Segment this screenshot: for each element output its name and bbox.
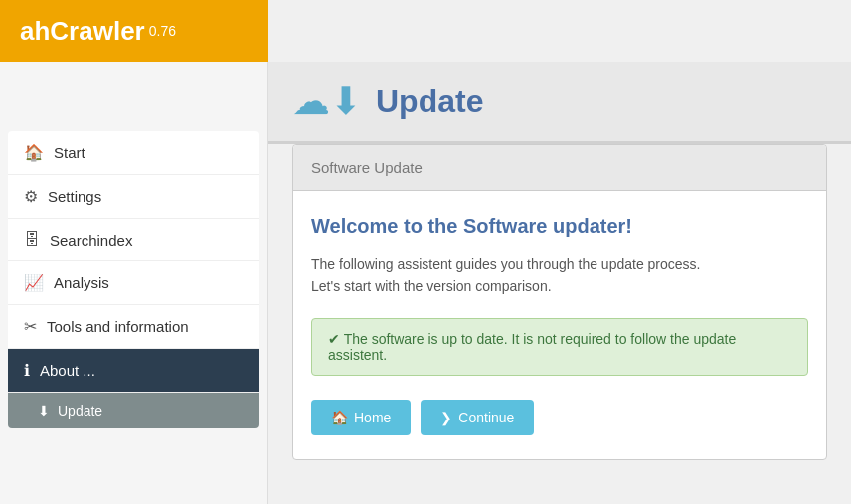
continue-button-icon: ❯	[440, 410, 452, 425]
continue-button[interactable]: ❯ Continue	[421, 400, 534, 435]
download-icon: ⬇	[38, 403, 50, 419]
sidebar-item-update[interactable]: ⬇ Update	[8, 393, 259, 428]
action-buttons: 🏠 Home ❯ Continue	[311, 400, 808, 435]
sidebar-item-about[interactable]: ℹ About ...	[8, 349, 259, 393]
chart-icon: 📈	[24, 273, 44, 292]
sidebar-item-searchindex[interactable]: 🗄 Searchindex	[8, 219, 259, 261]
home-button-icon: 🏠	[331, 410, 348, 425]
home-button-label: Home	[354, 410, 391, 425]
page-title-area: ☁⬇ Update	[292, 80, 483, 123]
content-area: Software Update Welcome to the Software …	[268, 144, 851, 484]
sidebar-item-settings[interactable]: ⚙ Settings	[8, 175, 259, 219]
home-button[interactable]: 🏠 Home	[311, 400, 411, 435]
sidebar-item-settings-label: Settings	[48, 188, 101, 205]
sidebar-item-start-label: Start	[54, 144, 85, 161]
settings-icon: ⚙	[24, 187, 38, 206]
page-header-bar: ☁⬇ Update	[268, 62, 851, 144]
success-message-text: ✔ The software is up to date. It is not …	[328, 331, 791, 363]
description-text: The following assistent guides you throu…	[311, 253, 808, 298]
sidebar-nav: 🏠 Start ⚙ Settings 🗄 Searchindex 📈 Analy…	[8, 131, 259, 428]
sidebar-item-about-label: About ...	[40, 362, 95, 379]
update-cloud-icon: ☁⬇	[292, 80, 362, 123]
sidebar-item-searchindex-label: Searchindex	[50, 232, 132, 249]
info-icon: ℹ	[24, 361, 30, 380]
success-message-box: ✔ The software is up to date. It is not …	[311, 318, 808, 376]
card-header-label: Software Update	[311, 159, 423, 176]
app-name: ahCrawler	[20, 16, 145, 47]
desc-line1: The following assistent guides you throu…	[311, 256, 700, 272]
card-body: Welcome to the Software updater! The fol…	[293, 191, 826, 459]
tools-icon: ✂	[24, 317, 37, 336]
main-content: ☁⬇ Update Software Update Welcome to the…	[268, 62, 851, 504]
continue-button-label: Continue	[458, 410, 514, 425]
sidebar-item-analysis-label: Analysis	[54, 274, 109, 291]
welcome-heading: Welcome to the Software updater!	[311, 215, 808, 238]
software-update-card: Software Update Welcome to the Software …	[292, 144, 827, 460]
sidebar-item-tools[interactable]: ✂ Tools and information	[8, 305, 259, 349]
header-right	[268, 0, 851, 62]
sidebar: 🏠 Start ⚙ Settings 🗄 Searchindex 📈 Analy…	[0, 62, 268, 504]
sidebar-item-analysis[interactable]: 📈 Analysis	[8, 261, 259, 305]
desc-line2: Let's start with the version comparison.	[311, 278, 552, 294]
sidebar-item-update-label: Update	[58, 403, 102, 419]
page-title: Update	[376, 84, 483, 120]
home-icon: 🏠	[24, 143, 44, 162]
sidebar-item-start[interactable]: 🏠 Start	[8, 131, 259, 175]
sidebar-item-tools-label: Tools and information	[47, 318, 189, 335]
app-version: 0.76	[149, 23, 176, 39]
app-header: ahCrawler 0.76	[0, 0, 268, 62]
card-header: Software Update	[293, 145, 826, 191]
database-icon: 🗄	[24, 231, 40, 249]
